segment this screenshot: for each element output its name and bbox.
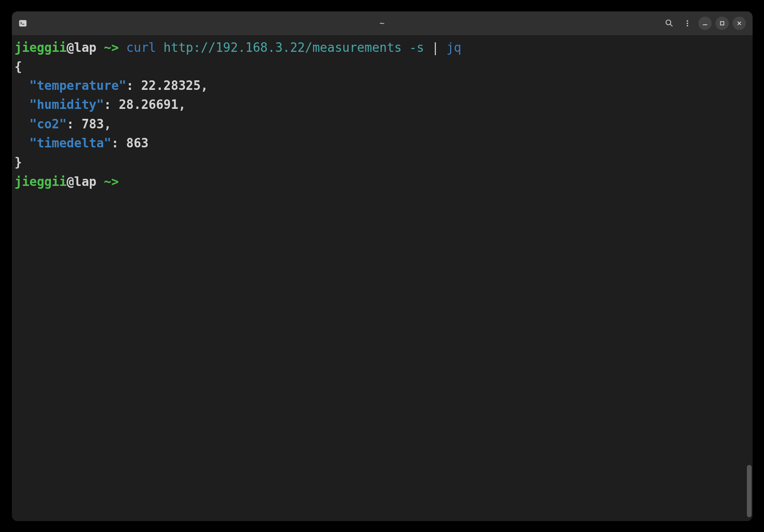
json-open-brace: { xyxy=(15,59,22,74)
search-button[interactable] xyxy=(662,16,676,30)
prompt-user: jieggii xyxy=(15,174,67,189)
json-value: 28.26691 xyxy=(119,97,178,112)
svg-point-5 xyxy=(686,22,688,24)
window-title: ~ xyxy=(380,19,384,28)
svg-rect-8 xyxy=(720,21,724,25)
minimize-icon xyxy=(702,20,708,26)
prompt-arrow: > xyxy=(111,40,119,55)
prompt-arrow: > xyxy=(111,174,119,189)
json-key: "co2" xyxy=(29,117,67,131)
prompt-host: lap xyxy=(74,40,97,55)
kebab-menu-icon xyxy=(684,19,691,27)
json-colon: : xyxy=(67,117,74,131)
search-icon xyxy=(665,19,673,27)
json-comma: , xyxy=(178,97,186,112)
svg-point-6 xyxy=(686,25,688,26)
command-jq: jq xyxy=(446,40,461,55)
prompt-path: ~ xyxy=(104,174,111,189)
titlebar-right xyxy=(662,16,746,30)
prompt-at: @ xyxy=(67,174,74,189)
scrollbar[interactable] xyxy=(747,465,752,517)
minimize-button[interactable] xyxy=(698,17,712,30)
titlebar-left xyxy=(19,19,27,28)
json-value: 783 xyxy=(81,117,104,131)
maximize-button[interactable] xyxy=(715,17,729,30)
prompt-path: ~ xyxy=(104,40,111,55)
close-button[interactable] xyxy=(733,17,746,30)
json-key: "temperature" xyxy=(29,78,127,93)
json-colon: : xyxy=(126,78,134,93)
terminal-window: ~ xyxy=(12,11,753,521)
svg-line-3 xyxy=(670,24,672,26)
terminal-output[interactable]: jieggii@lap ~> curl http://192.168.3.22/… xyxy=(12,35,753,521)
svg-point-4 xyxy=(686,20,688,21)
json-comma: , xyxy=(104,117,111,131)
command-curl: curl xyxy=(126,40,156,55)
prompt-user: jieggii xyxy=(15,40,67,55)
maximize-icon xyxy=(719,20,725,26)
json-comma: , xyxy=(201,78,208,93)
svg-rect-0 xyxy=(20,20,26,26)
titlebar: ~ xyxy=(12,11,753,35)
command-url: http://192.168.3.22/measurements xyxy=(164,40,402,55)
prompt-at: @ xyxy=(67,40,74,55)
json-colon: : xyxy=(111,136,119,150)
close-icon xyxy=(736,20,742,26)
json-value: 22.28325 xyxy=(141,78,201,93)
json-colon: : xyxy=(104,97,111,112)
terminal-app-icon[interactable] xyxy=(19,19,27,28)
json-close-brace: } xyxy=(15,155,22,169)
json-key: "timedelta" xyxy=(29,136,111,150)
menu-button[interactable] xyxy=(680,16,695,30)
command-pipe: | xyxy=(431,40,439,55)
prompt-host: lap xyxy=(74,174,97,189)
json-value: 863 xyxy=(126,136,148,150)
json-key: "humidity" xyxy=(29,97,104,112)
command-flag: -s xyxy=(409,40,424,55)
